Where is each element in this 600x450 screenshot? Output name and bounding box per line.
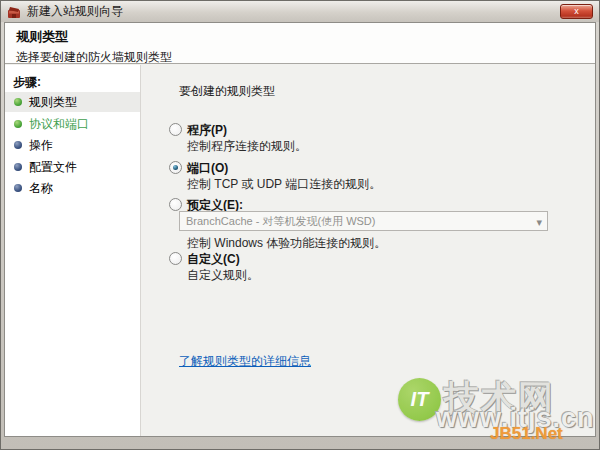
sidebar-item-profile[interactable]: 配置文件	[5, 157, 140, 177]
steps-heading: 步骤:	[5, 65, 140, 91]
dropdown-value: BranchCache - 对等机发现(使用 WSD)	[186, 215, 375, 227]
rule-type-panel: 要创建的规则类型 程序(P) 控制程序连接的规则。 端口(O) 控制 TCP 或…	[142, 65, 595, 436]
wizard-client-area: 规则类型 选择要创建的防火墙规则类型 步骤: 规则类型 协议和端口 操作	[4, 22, 596, 437]
radio-predefined[interactable]	[169, 198, 182, 211]
title-bar[interactable]: 新建入站规则向导 x	[1, 1, 599, 22]
wizard-header: 规则类型 选择要创建的防火墙规则类型	[5, 23, 595, 64]
step-bullet-icon	[14, 163, 22, 171]
radio-port-desc: 控制 TCP 或 UDP 端口连接的规则。	[187, 176, 381, 193]
page-subtitle: 选择要创建的防火墙规则类型	[16, 49, 595, 66]
step-bullet-icon	[14, 120, 22, 128]
step-bullet-icon	[14, 184, 22, 192]
radio-custom-desc: 自定义规则。	[187, 267, 259, 284]
step-bullet-icon	[14, 141, 22, 149]
sidebar-item-rule-type[interactable]: 规则类型	[5, 92, 140, 112]
step-label: 名称	[29, 180, 53, 197]
close-button[interactable]: x	[560, 4, 593, 19]
radio-program[interactable]	[169, 123, 182, 136]
steps-sidebar: 步骤: 规则类型 协议和端口 操作 配置文件	[5, 65, 141, 436]
wizard-window: 新建入站规则向导 x 规则类型 选择要创建的防火墙规则类型 步骤: 规则类型 协…	[0, 0, 600, 450]
learn-more-link[interactable]: 了解规则类型的详细信息	[179, 353, 311, 370]
close-icon: x	[574, 6, 579, 16]
radio-predefined-desc: 控制 Windows 体验功能连接的规则。	[187, 235, 386, 252]
sidebar-item-protocol-ports[interactable]: 协议和端口	[5, 114, 140, 134]
sidebar-item-name[interactable]: 名称	[5, 178, 140, 198]
sidebar-item-action[interactable]: 操作	[5, 135, 140, 155]
radio-port[interactable]	[169, 161, 182, 174]
radio-program-label[interactable]: 程序(P)	[187, 122, 227, 139]
predefined-rules-dropdown[interactable]: BranchCache - 对等机发现(使用 WSD) ▾	[179, 211, 548, 231]
radio-program-desc: 控制程序连接的规则。	[187, 138, 307, 155]
step-label: 操作	[29, 137, 53, 154]
radio-custom[interactable]	[169, 252, 182, 265]
step-label: 规则类型	[29, 94, 77, 111]
radio-port-label[interactable]: 端口(O)	[187, 160, 228, 177]
page-title: 规则类型	[16, 28, 595, 46]
radio-custom-label[interactable]: 自定义(C)	[187, 251, 240, 268]
step-label: 协议和端口	[29, 116, 89, 133]
step-label: 配置文件	[29, 159, 77, 176]
window-title: 新建入站规则向导	[27, 3, 123, 20]
firewall-wizard-icon	[7, 5, 22, 18]
rule-type-prompt: 要创建的规则类型	[179, 83, 275, 100]
step-bullet-icon	[14, 98, 22, 106]
chevron-down-icon: ▾	[536, 213, 542, 231]
